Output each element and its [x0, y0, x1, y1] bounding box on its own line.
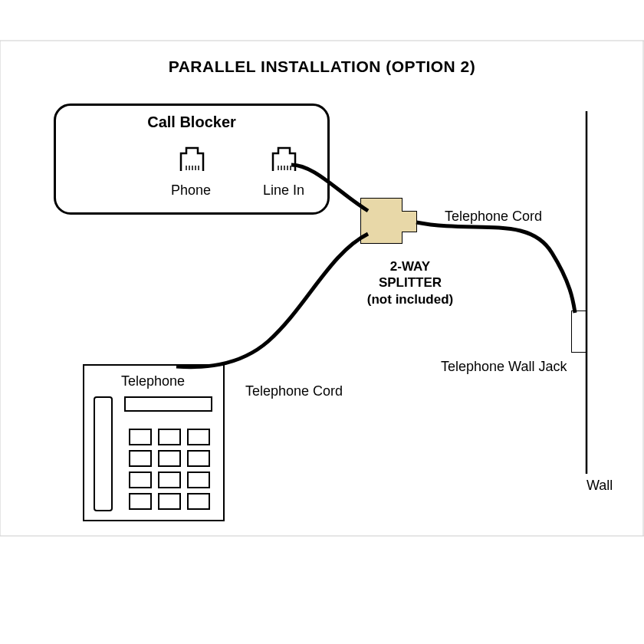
keypad-key [129, 493, 152, 510]
telephone-cord-label-bottom: Telephone Cord [245, 383, 343, 399]
wall-label: Wall [586, 478, 613, 494]
call-blocker-device: Call Blocker Phone Line In [54, 104, 330, 215]
diagram-canvas: PARALLEL INSTALLATION (OPTION 2) Call Bl… [0, 0, 644, 644]
keypad-key [187, 472, 210, 488]
rj11-port-phone-icon [179, 146, 205, 172]
wire-overlay [0, 0, 644, 644]
splitter-plug [402, 211, 417, 232]
keypad-key [129, 429, 152, 445]
keypad-key [129, 450, 152, 467]
port-line-label: Line In [263, 182, 304, 199]
telephone-keypad [129, 429, 210, 510]
splitter-body [360, 198, 402, 244]
telephone-handset-icon [94, 396, 113, 511]
keypad-key [158, 472, 181, 488]
wall-jack-label: Telephone Wall Jack [441, 359, 567, 375]
cord-splitter-to-phone [176, 234, 368, 367]
keypad-key [187, 429, 210, 445]
diagram-title: PARALLEL INSTALLATION (OPTION 2) [0, 58, 644, 76]
keypad-key [129, 472, 152, 488]
frame-lines [0, 0, 644, 644]
telephone-cord-label-top: Telephone Cord [445, 209, 542, 225]
wall-jack-icon [571, 310, 586, 353]
rj11-port-line-icon [271, 146, 297, 172]
keypad-key [158, 450, 181, 467]
keypad-key [187, 450, 210, 467]
telephone-display-icon [124, 396, 212, 412]
splitter-label-line2: SPLITTER [379, 275, 442, 290]
splitter-label-line3: (not included) [367, 292, 453, 307]
port-phone-label: Phone [171, 182, 211, 199]
keypad-key [187, 493, 210, 510]
keypad-key [158, 429, 181, 445]
splitter-label-line1: 2-WAY [390, 259, 430, 274]
call-blocker-label: Call Blocker [56, 113, 327, 131]
keypad-key [158, 493, 181, 510]
splitter-label: 2-WAY SPLITTER (not included) [341, 258, 479, 307]
telephone-device: Telephone [83, 364, 225, 521]
telephone-label: Telephone [121, 373, 185, 389]
